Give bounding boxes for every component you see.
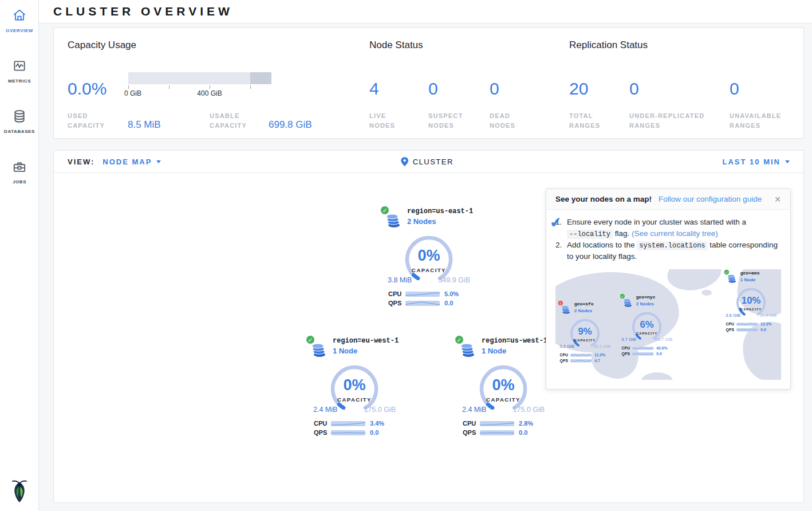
qps-label: QPS (314, 429, 331, 436)
total-ranges-value: 20 (569, 67, 629, 97)
geo-label: geo=nyc (636, 294, 672, 300)
tooltip-title: See your nodes on a map! (555, 195, 652, 203)
node-group-us-west-1[interactable]: ✓ region=us-west-1 1 Node (458, 337, 549, 437)
cpu-sparkline (480, 421, 514, 426)
tick-label-0: 0 GiB (124, 89, 141, 97)
capacity-bar-extra-segment (250, 72, 271, 84)
capacity-gauge: 6% CAPACITY 3.7 GiB65.7 GiB (618, 311, 675, 344)
under-replicated-label: UNDER-REPLICATED RANGES (629, 111, 730, 131)
cpu-value: 3.4% (370, 420, 384, 427)
section-title: Node Status (369, 40, 569, 51)
usable-capacity-label: USABLE CAPACITY (210, 111, 269, 131)
node-map-config-tooltip: See your nodes on a map! Follow our conf… (546, 188, 791, 390)
tooltip-step-2: 2. Add locations to the system.locations… (555, 239, 781, 262)
qps-sparkline (480, 430, 514, 435)
blue-check-icon: ✔ (549, 211, 563, 233)
cpu-value: 11.0% (594, 353, 605, 357)
suspect-nodes-label: SUSPECT NODES (428, 111, 490, 131)
mini-node-group-nyc: ✓ geo=nyc 2 Nodes (618, 294, 675, 357)
healthy-check-icon: ✓ (306, 335, 315, 344)
geo-label: geo=sfo (574, 301, 610, 306)
close-icon[interactable]: ✕ (774, 195, 781, 203)
sidebar-item-label: OVERVIEW (6, 28, 33, 33)
live-nodes-value: 4 (369, 67, 428, 97)
breadcrumb[interactable]: CLUSTER (401, 157, 454, 167)
capacity-percent: 0.0% (68, 81, 128, 97)
tooltip-step-1: 1. Ensure every node in your cluster was… (555, 217, 781, 239)
region-label: region=eu-west-1 (333, 337, 399, 345)
healthy-check-icon: ✓ (455, 335, 464, 344)
qps-value: 0.0 (656, 352, 661, 356)
example-node-map-image: ! geo=sfo 2 Nodes (555, 269, 781, 380)
healthy-check-icon: ✓ (620, 293, 625, 299)
qps-sparkline (405, 301, 440, 306)
gauge-percent: 0% (309, 376, 400, 394)
healthy-check-icon: ✓ (724, 269, 730, 275)
node-group-eu-west-1[interactable]: ✓ region=eu-west-1 1 Node (309, 337, 400, 437)
node-map-area: ✓ region=us-east-1 2 Nodes (54, 173, 803, 503)
qps-value: 0.0 (444, 300, 453, 306)
gauge-used: 2.4 MiB (313, 406, 337, 414)
time-range-selector[interactable]: LAST 10 MIN (723, 158, 790, 166)
capacity-gauge: 9% CAPACITY 3.2 GiB35.1 GiB (557, 318, 613, 351)
page-header: CLUSTER OVERVIEW (39, 0, 812, 23)
node-count-link[interactable]: 2 Nodes (407, 217, 473, 226)
gauge-used: 3.2 GiB (559, 344, 574, 349)
node-count: 2 Nodes (636, 301, 672, 306)
usable-capacity-value: 699.8 GiB (269, 119, 312, 131)
sidebar-item-metrics[interactable]: METRICS (0, 50, 39, 84)
view-selector-value: NODE MAP (103, 158, 152, 166)
region-label: region=us-east-1 (407, 207, 473, 215)
chevron-down-icon (785, 160, 790, 163)
view-label: VIEW: (68, 158, 94, 166)
capacity-axis-ticks (128, 84, 271, 89)
qps-value: 4.7 (594, 359, 600, 363)
gauge-percent: 9% (557, 326, 613, 337)
map-pin-icon (401, 157, 408, 167)
cockroachdb-logo (8, 478, 31, 506)
qps-sparkline (331, 430, 365, 435)
dead-nodes-label: DEAD NODES (490, 111, 515, 131)
cpu-value: 5.0% (444, 290, 459, 297)
unavailable-ranges-stat: 0 UNAVAILABLE RANGES (730, 67, 781, 131)
gauge-capacity-label: CAPACITY (557, 338, 613, 342)
cpu-sparkline (331, 421, 365, 426)
view-selector[interactable]: NODE MAP (103, 158, 161, 166)
cpu-value: 12.3% (760, 322, 771, 326)
replication-status-section: Replication Status 20 TOTAL RANGES 0 UND… (569, 40, 790, 127)
sidebar-item-overview[interactable]: OVERVIEW (0, 0, 39, 33)
node-count-link[interactable]: 1 Node (333, 347, 399, 355)
used-capacity-value: 8.5 MiB (128, 119, 210, 131)
dead-nodes-stat: 0 DEAD NODES (490, 67, 515, 131)
node-count-link[interactable]: 1 Node (482, 347, 547, 355)
region-label: region=us-west-1 (482, 337, 547, 345)
step-text: flag. (613, 229, 632, 238)
live-nodes-label: LIVE NODES (369, 111, 428, 131)
sidebar-item-label: JOBS (13, 179, 26, 184)
under-replicated-stat: 0 UNDER-REPLICATED RANGES (629, 67, 730, 131)
gauge-percent: 6% (618, 319, 675, 330)
locality-tree-link[interactable]: (See current locality tree) (632, 229, 718, 238)
cpu-value: 2.8% (519, 420, 533, 427)
gauge-capacity-label: CAPACITY (618, 331, 675, 335)
gauge-capacity-label: CAPACITY (383, 267, 475, 273)
gauge-total: 34.4 GiB (759, 313, 776, 318)
metrics-icon (12, 58, 27, 76)
breadcrumb-cluster: CLUSTER (413, 158, 454, 166)
qps-value: 0.0 (519, 429, 527, 436)
code-system-locations: system.locations (637, 241, 707, 250)
total-ranges-label: TOTAL RANGES (569, 111, 629, 131)
capacity-gauge: 0% CAPACITY 2.4 MiB 175.0 GiB (458, 364, 549, 416)
section-title: Replication Status (569, 40, 790, 51)
node-group-us-east-1[interactable]: ✓ region=us-east-1 2 Nodes (383, 207, 475, 308)
gauge-capacity-label: CAPACITY (309, 396, 400, 403)
home-icon (12, 8, 27, 25)
gauge-used: 3.7 GiB (621, 337, 636, 342)
cluster-summary-card: Capacity Usage 0.0% 0 GiB 400 GiB USED C… (53, 27, 804, 139)
capacity-gauge: 0% CAPACITY 2.4 MiB 175.0 GiB (309, 364, 400, 416)
sidebar-item-jobs[interactable]: JOBS (0, 151, 39, 184)
cpu-label: CPU (726, 322, 737, 326)
gauge-total: 175.0 GiB (364, 406, 396, 414)
sidebar-item-databases[interactable]: DATABASES (0, 101, 39, 134)
configuration-guide-link[interactable]: Follow our configuration guide (659, 195, 762, 203)
